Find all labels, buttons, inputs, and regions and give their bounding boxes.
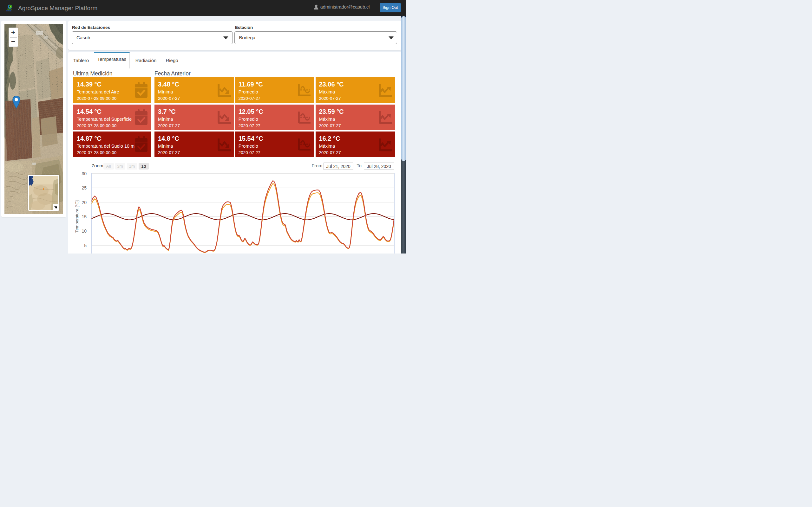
svg-text:SPACE: SPACE — [7, 10, 12, 12]
